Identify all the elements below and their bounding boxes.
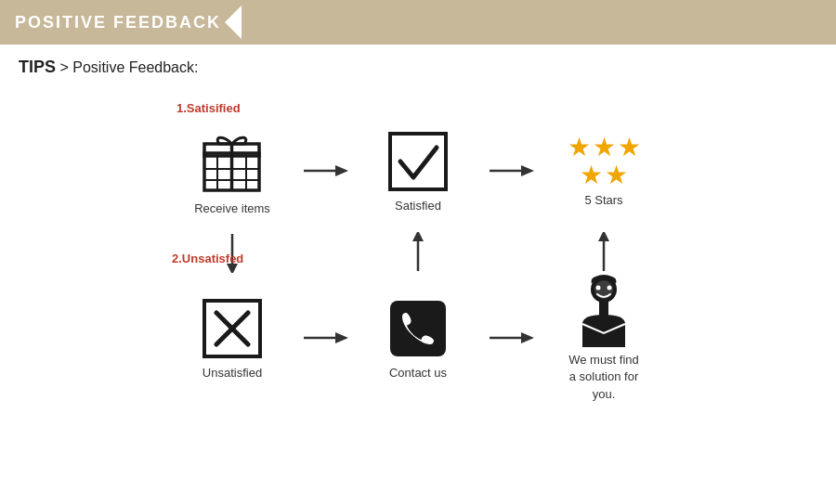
svg-marker-27	[521, 332, 534, 343]
svg-marker-10	[335, 165, 348, 176]
svg-marker-19	[598, 232, 609, 241]
arrow-right-1-svg	[302, 160, 348, 182]
star-2: ★	[593, 135, 616, 161]
stars-display: ★ ★ ★ ★ ★	[562, 135, 646, 188]
arrow-up-1	[358, 226, 478, 278]
svg-marker-17	[412, 232, 424, 241]
svg-point-31	[607, 286, 612, 291]
header-banner: POSITIVE FEEDBACK	[0, 0, 836, 45]
tips-text: Positive Feedback:	[72, 59, 198, 75]
unsatisfied-cell: 2.Unsatisfed Unsatisfied	[172, 278, 293, 398]
gift-icon	[197, 127, 267, 197]
satisfied-cell: Satisfied	[358, 115, 478, 226]
diagram-table: 1.Satisified	[172, 87, 664, 398]
satisfied-label: 1.Satisified	[172, 101, 241, 115]
svg-point-30	[596, 286, 601, 291]
receive-items-label: Receive items	[194, 201, 270, 215]
tips-prefix: TIPS	[19, 58, 56, 76]
satisfied-icon-group: Satisfied	[385, 129, 451, 213]
header-triangle	[225, 6, 242, 39]
star-1: ★	[568, 135, 591, 161]
arrow-right-2	[478, 115, 543, 226]
solution-label: We must finda solution foryou.	[568, 352, 639, 403]
arrow-right-4	[478, 278, 543, 398]
satisfied-label-text: Satisfied	[395, 199, 441, 213]
unsatisfied-label-text: Unsatisfied	[202, 366, 262, 380]
five-stars-group: ★ ★ ★ ★ ★ 5 Stars	[562, 135, 646, 207]
arrow-up-2-svg	[593, 232, 615, 273]
checkmark-icon	[385, 129, 451, 194]
solution-cell: We must finda solution foryou.	[543, 278, 664, 398]
arrow-right-3	[293, 278, 358, 398]
receive-items-icon-group: Receive items	[194, 127, 270, 215]
x-box-icon	[200, 296, 265, 361]
phone-icon	[385, 296, 451, 361]
flow-diagram: 1.Satisified	[0, 87, 836, 398]
svg-marker-13	[521, 165, 534, 176]
contact-us-label: Contact us	[389, 366, 447, 380]
svg-marker-24	[335, 332, 348, 343]
unsatisfied-step-label: 2.Unsatisfed	[172, 252, 243, 265]
arrow-up-2	[543, 226, 664, 278]
five-stars-label: 5 Stars	[584, 193, 622, 207]
star-5: ★	[605, 162, 628, 188]
svg-rect-32	[599, 301, 608, 316]
receive-items-cell: Receive items	[172, 115, 293, 226]
arrow-right-1	[293, 115, 358, 226]
contact-us-cell: Contact us	[358, 278, 478, 398]
star-4: ★	[580, 162, 603, 188]
contact-us-icon-group: Contact us	[385, 296, 451, 380]
arrow-up-svg	[407, 232, 429, 273]
svg-rect-25	[390, 301, 446, 356]
header-title: POSITIVE FEEDBACK	[15, 13, 221, 32]
unsatisfied-icon-group: 2.Unsatisfed Unsatisfied	[200, 296, 265, 380]
arrow-right-3-svg	[302, 327, 348, 349]
arrow-right-2-svg	[488, 160, 534, 182]
solution-icon-group: We must finda solution foryou.	[568, 273, 639, 403]
star-3: ★	[618, 135, 641, 161]
tips-arrow: >	[56, 59, 72, 75]
arrow-right-4-svg	[488, 327, 534, 349]
tips-line: TIPS > Positive Feedback:	[0, 45, 836, 83]
person-icon	[571, 273, 636, 347]
five-stars-cell: ★ ★ ★ ★ ★ 5 Stars	[543, 115, 664, 226]
